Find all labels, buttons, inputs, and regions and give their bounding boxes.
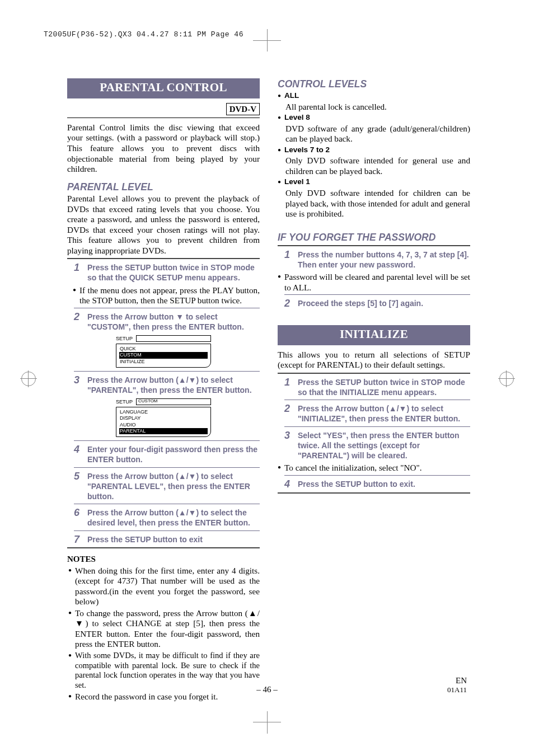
- level-item: ●ALL: [278, 91, 470, 100]
- level-body: All parental lock is cancelled.: [278, 102, 470, 112]
- divider: [67, 547, 260, 548]
- step-1: 1Press the SETUP button twice in STOP mo…: [74, 262, 260, 283]
- footer-code: EN 01A11: [447, 675, 467, 694]
- crop-mark: [17, 367, 39, 389]
- note-bullet: ●To change the password, press the Arrow…: [68, 608, 260, 650]
- divider: [284, 294, 470, 295]
- step-6: 6Press the Arrow button (▲/▼) to select …: [74, 508, 260, 528]
- divider: [74, 467, 260, 468]
- note-bullet: ●To cancel the initialization, select "N…: [278, 463, 470, 473]
- subsection-heading: CONTROL LEVELS: [278, 78, 470, 90]
- section-banner: PARENTAL CONTROL: [67, 78, 260, 98]
- step-4: 4Enter your four-digit password then pre…: [74, 444, 260, 464]
- divider: [74, 504, 260, 504]
- level-body: DVD software of any grade (adult/general…: [278, 124, 470, 144]
- level-item: ●Levels 7 to 2: [278, 145, 470, 154]
- divider: [284, 426, 470, 427]
- header-annotation: T2005UF(P36-52).QX3 04.4.27 8:11 PM Page…: [44, 30, 243, 39]
- left-column: PARENTAL CONTROL DVD-V Parental Control …: [67, 78, 260, 703]
- section-banner: INITIALIZE: [278, 325, 470, 345]
- body-text: Parental Level allows you to prevent the…: [67, 194, 260, 256]
- note-bullet: ●When doing this for the first time, ent…: [68, 566, 260, 607]
- setup-menu-1: SETUP QUICK CUSTOM INITIALIZE: [116, 335, 211, 368]
- setup-menu-2: SETUPCUSTOM LANGUAGE DISPLAY AUDIO PAREN…: [116, 398, 211, 437]
- init-step-1: 1Press the SETUP button twice in STOP mo…: [284, 377, 470, 397]
- step-2: 2Press the Arrow button ▼ to select "CUS…: [74, 312, 260, 332]
- notes-heading: NOTES: [67, 554, 260, 564]
- divider: [278, 373, 470, 374]
- level-item: ●Level 8: [278, 113, 470, 122]
- subsection-heading: PARENTAL LEVEL: [67, 181, 260, 193]
- right-column: CONTROL LEVELS ●ALL All parental lock is…: [278, 78, 470, 703]
- init-step-2: 2Press the Arrow button (▲/▼) to select …: [284, 403, 470, 424]
- level-body: Only DVD software intended for general u…: [278, 156, 470, 176]
- crop-mark: [267, 711, 268, 734]
- intro-text: This allows you to return all selections…: [278, 350, 470, 370]
- divider: [74, 440, 260, 441]
- init-step-4: 4Press the SETUP button to exit.: [284, 479, 470, 490]
- dvd-badge: DVD-V: [226, 103, 260, 115]
- crop-mark: [495, 367, 517, 389]
- note-bullet: ●Password will be cleared and parental l…: [278, 272, 470, 293]
- divider: [74, 371, 260, 372]
- level-body: Only DVD software intended for children …: [278, 188, 470, 219]
- divider: [278, 245, 470, 246]
- init-step-3: 3Select "YES", then press the ENTER butt…: [284, 430, 470, 461]
- note-bullet: ●If the menu does not appear, press the …: [73, 285, 260, 306]
- divider: [67, 258, 260, 259]
- step-3: 3Press the Arrow button (▲/▼) to select …: [74, 375, 260, 395]
- level-item: ●Level 1: [278, 177, 470, 186]
- crop-mark: [253, 40, 281, 41]
- subsection-heading: IF YOU FORGET THE PASSWORD: [278, 232, 470, 243]
- step-7: 7Press the SETUP button to exit: [74, 534, 260, 546]
- forget-step-1: 1Press the number buttons 4, 7, 3, 7 at …: [284, 250, 470, 270]
- forget-step-2: 2Proceed the steps [5] to [7] again.: [284, 298, 470, 309]
- step-5: 5Press the Arrow button (▲/▼) to select …: [74, 471, 260, 502]
- intro-text: Parental Control limits the disc viewing…: [67, 123, 260, 175]
- divider: [74, 308, 260, 308]
- divider: [284, 475, 470, 476]
- crop-mark: [253, 722, 281, 722]
- divider: [74, 530, 260, 531]
- divider: [278, 492, 470, 494]
- divider: [67, 118, 260, 118]
- divider: [284, 400, 470, 400]
